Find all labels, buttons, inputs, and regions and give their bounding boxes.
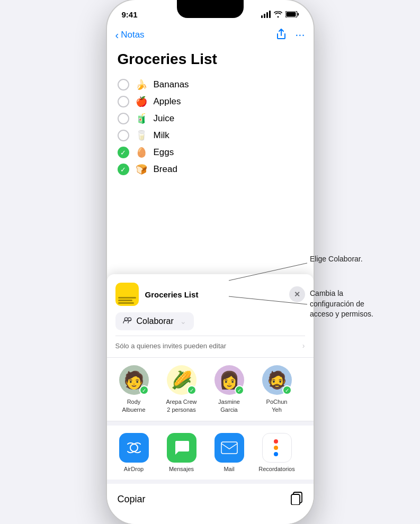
checklist-item-juice: 🧃 Juice bbox=[118, 110, 303, 127]
back-label: Notas bbox=[121, 30, 144, 40]
app-item-airdrop[interactable]: AirDrop bbox=[115, 433, 153, 472]
contact-badge-pochun: ✓ bbox=[282, 385, 292, 395]
phone-frame: 9:41 ‹ Notas bbox=[107, 0, 314, 524]
nav-bar: ‹ Notas ··· bbox=[107, 23, 314, 47]
more-button[interactable]: ··· bbox=[295, 28, 305, 42]
check-circle-eggs[interactable]: ✓ bbox=[118, 147, 129, 158]
item-text-juice: Juice bbox=[154, 113, 175, 124]
reminders-icon bbox=[262, 433, 292, 463]
contact-avatar-jasmine: 👩 ✓ bbox=[215, 365, 244, 395]
svg-point-5 bbox=[130, 444, 138, 451]
svg-rect-1 bbox=[298, 13, 299, 16]
notch bbox=[177, 0, 244, 18]
copy-icon[interactable] bbox=[290, 490, 303, 508]
contact-name-jasmine: JasmineGarcia bbox=[218, 398, 240, 413]
app-label-reminders: Recordatorios bbox=[258, 466, 294, 472]
collab-icon bbox=[123, 317, 132, 326]
back-button[interactable]: ‹ Notas bbox=[115, 29, 145, 41]
contact-badge-arepa: ✓ bbox=[187, 385, 196, 395]
back-arrow-icon: ‹ bbox=[115, 29, 119, 41]
contact-name-pochun: PoChunYeh bbox=[266, 398, 288, 413]
battery-icon bbox=[285, 11, 299, 17]
airdrop-icon bbox=[119, 433, 149, 463]
note-icon bbox=[115, 283, 139, 306]
contact-item-rody[interactable]: 🧑 ✓ RodyAlbuerne bbox=[115, 365, 153, 413]
app-item-reminders[interactable]: Recordatorios bbox=[258, 433, 296, 472]
check-circle-juice[interactable] bbox=[118, 113, 129, 124]
signal-icon bbox=[261, 11, 271, 18]
contact-name-arepa: Arepa Crew2 personas bbox=[166, 398, 196, 413]
checklist-item-bananas: 🍌 Bananas bbox=[118, 76, 303, 93]
note-title: Groceries List bbox=[118, 51, 303, 68]
permission-chevron-icon: › bbox=[302, 341, 305, 350]
item-emoji-bread: 🍞 bbox=[136, 164, 147, 175]
contact-avatar-arepa: 🌽 ✓ bbox=[167, 365, 196, 395]
apps-row: AirDrop Mensajes bbox=[115, 433, 305, 472]
item-emoji-apples: 🍎 bbox=[136, 96, 147, 107]
svg-rect-2 bbox=[286, 12, 296, 17]
item-emoji-milk: 🥛 bbox=[136, 130, 147, 141]
messages-icon bbox=[167, 433, 196, 463]
chevron-down-icon: ⌄ bbox=[180, 317, 186, 326]
checklist-item-bread: ✓ 🍞 Bread bbox=[118, 161, 303, 178]
mail-icon bbox=[215, 433, 244, 463]
collaborate-button[interactable]: Colaborar ⌄ bbox=[115, 312, 305, 336]
note-content: Groceries List 🍌 Bananas 🍎 Apples 🧃 Juic… bbox=[107, 47, 314, 178]
checklist-item-milk: 🥛 Milk bbox=[118, 127, 303, 144]
contact-item-arepa[interactable]: 🌽 ✓ Arepa Crew2 personas bbox=[163, 365, 200, 413]
item-text-bananas: Bananas bbox=[154, 79, 189, 90]
app-item-messages[interactable]: Mensajes bbox=[163, 433, 200, 472]
svg-rect-8 bbox=[291, 494, 300, 505]
check-circle-bananas[interactable] bbox=[118, 79, 129, 91]
item-emoji-juice: 🧃 bbox=[136, 113, 147, 124]
check-circle-milk[interactable] bbox=[118, 130, 129, 141]
status-time: 9:41 bbox=[122, 10, 138, 19]
share-note-title: Groceries List bbox=[145, 290, 199, 299]
share-header: Groceries List ✕ Colaborar ⌄ bbox=[107, 274, 314, 358]
contact-badge-jasmine: ✓ bbox=[235, 385, 244, 395]
item-emoji-eggs: 🥚 bbox=[136, 147, 147, 158]
check-circle-bread[interactable]: ✓ bbox=[118, 164, 129, 175]
contact-avatar-rody: 🧑 ✓ bbox=[119, 365, 149, 395]
contact-item-pochun[interactable]: 🧔 ✓ PoChunYeh bbox=[258, 365, 296, 413]
contact-item-jasmine[interactable]: 👩 ✓ JasmineGarcia bbox=[211, 365, 248, 413]
contact-badge-rody: ✓ bbox=[139, 385, 149, 395]
copy-row: Copiar bbox=[107, 484, 314, 524]
item-text-apples: Apples bbox=[154, 96, 181, 107]
app-label-mail: Mail bbox=[224, 466, 234, 472]
share-note-info: Groceries List bbox=[115, 283, 199, 306]
item-text-eggs: Eggs bbox=[154, 147, 174, 158]
item-text-milk: Milk bbox=[154, 130, 169, 141]
check-circle-apples[interactable] bbox=[118, 96, 129, 107]
app-label-airdrop: AirDrop bbox=[124, 466, 144, 472]
share-sheet: Groceries List ✕ Colaborar ⌄ bbox=[107, 274, 314, 524]
checklist-item-eggs: ✓ 🥚 Eggs bbox=[118, 144, 303, 161]
apps-section: AirDrop Mensajes bbox=[107, 426, 314, 480]
share-header-top: Groceries List ✕ bbox=[115, 283, 305, 306]
svg-rect-6 bbox=[221, 442, 237, 454]
annotation-access: Cambia laconfiguración deacceso y permis… bbox=[310, 288, 405, 320]
status-icons bbox=[261, 11, 299, 18]
contacts-row: 🧑 ✓ RodyAlbuerne 🌽 ✓ Arepa Crew2 persona… bbox=[115, 365, 305, 413]
permission-row[interactable]: Sólo a quienes invites pueden editar › bbox=[115, 336, 305, 357]
permission-text: Sólo a quienes invites pueden editar bbox=[115, 342, 227, 350]
checklist-item-apples: 🍎 Apples bbox=[118, 93, 303, 110]
copy-label[interactable]: Copiar bbox=[118, 494, 146, 505]
collab-label: Colaborar bbox=[137, 317, 174, 326]
contacts-section: 🧑 ✓ RodyAlbuerne 🌽 ✓ Arepa Crew2 persona… bbox=[107, 358, 314, 421]
contact-name-rody: RodyAlbuerne bbox=[122, 398, 145, 413]
close-button[interactable]: ✕ bbox=[289, 286, 305, 302]
app-item-mail[interactable]: Mail bbox=[211, 433, 248, 472]
nav-actions: ··· bbox=[276, 28, 305, 42]
app-label-messages: Mensajes bbox=[169, 466, 194, 472]
item-emoji-bananas: 🍌 bbox=[136, 79, 147, 91]
wifi-icon bbox=[274, 11, 282, 17]
item-text-bread: Bread bbox=[154, 164, 177, 175]
contact-avatar-pochun: 🧔 ✓ bbox=[262, 365, 292, 395]
annotation-collab: Elige Colaborar. bbox=[310, 254, 363, 265]
share-button[interactable] bbox=[276, 28, 287, 42]
